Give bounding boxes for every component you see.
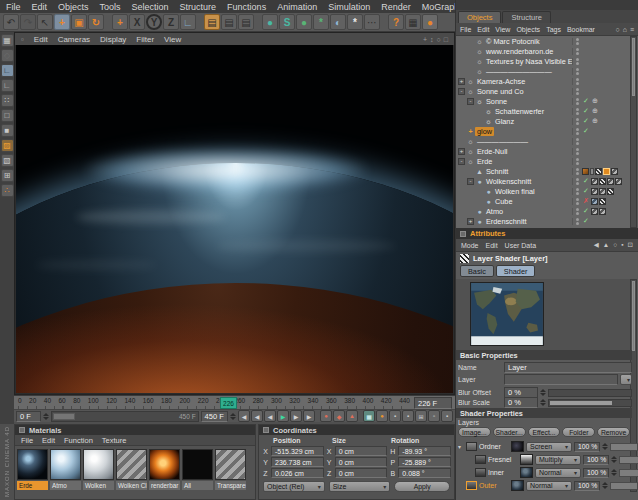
opacity-slider[interactable]: [610, 443, 638, 451]
material-thumbnail[interactable]: [50, 449, 81, 480]
rotation-field[interactable]: -89.93 °: [398, 446, 451, 456]
object-tags[interactable]: ✓⊕: [582, 98, 632, 105]
goto-start-button[interactable]: ◀: [238, 410, 250, 422]
position-field[interactable]: -515.329 cm: [271, 446, 324, 456]
viewport-menu-item[interactable]: Edit: [34, 35, 48, 44]
object-tags[interactable]: ✓: [582, 178, 632, 185]
material-item[interactable]: renderbar: [149, 449, 180, 490]
menu-item[interactable]: Render: [381, 2, 411, 12]
object-tags[interactable]: ✓: [582, 218, 632, 225]
play-button[interactable]: ▶: [277, 410, 289, 422]
mini-tag[interactable]: [590, 168, 594, 175]
add-spline-icon[interactable]: S: [279, 14, 295, 30]
object-name[interactable]: Erde: [475, 157, 494, 166]
layer-row[interactable]: Outer Normal 100 %: [456, 479, 632, 492]
name-field[interactable]: Layer: [504, 362, 632, 373]
material-thumbnail[interactable]: [182, 449, 213, 480]
visibility-dots[interactable]: [572, 38, 582, 45]
stripe-tag[interactable]: [591, 188, 598, 195]
visibility-dots[interactable]: [572, 78, 582, 85]
goto-end-button[interactable]: ▶: [303, 410, 315, 422]
opacity-field[interactable]: 100 %: [583, 455, 609, 465]
rotate-tool-icon[interactable]: ↻: [88, 14, 104, 30]
expand-toggle[interactable]: -: [458, 158, 465, 165]
visibility-dots[interactable]: [572, 208, 582, 215]
material-thumbnail[interactable]: [215, 449, 246, 480]
range-start-field[interactable]: 0 F: [16, 411, 41, 422]
viewport-menu-item[interactable]: View: [164, 35, 181, 44]
material-item[interactable]: Erde: [17, 449, 48, 490]
material-thumbnail[interactable]: [149, 449, 180, 480]
keyframe-selection-button[interactable]: ▲: [346, 410, 358, 422]
object-tags[interactable]: ✓⊕: [582, 108, 632, 115]
expand-toggle[interactable]: -: [467, 178, 474, 185]
materials-menu-item[interactable]: Function: [64, 436, 93, 445]
expand-toggle[interactable]: [467, 58, 474, 65]
expand-toggle[interactable]: [476, 198, 483, 205]
object-name[interactable]: ———————: [475, 137, 530, 146]
blend-mode-dropdown[interactable]: Normal: [535, 468, 581, 478]
object-tags[interactable]: ✓: [582, 208, 632, 215]
up-icon[interactable]: ▲: [603, 241, 609, 249]
rotation-field[interactable]: 0.088 °: [398, 468, 451, 478]
texture-axis-mode-icon[interactable]: ▧: [1, 154, 14, 167]
panel-menu-icon[interactable]: ⊡: [628, 241, 633, 249]
tree-row[interactable]: + glow ✓: [456, 126, 632, 136]
scrollbar-thumb[interactable]: [632, 281, 635, 351]
object-name[interactable]: www.renderbaron.de: [484, 47, 555, 56]
plugin-ball-icon[interactable]: ●: [422, 14, 438, 30]
menu-item[interactable]: Functions: [227, 2, 266, 12]
check-tag[interactable]: ✓: [582, 118, 590, 125]
target-tag[interactable]: ⊕: [591, 98, 599, 105]
tree-row[interactable]: ☼ Glanz ✓⊕: [456, 116, 632, 126]
tree-scrollbar[interactable]: [630, 36, 637, 228]
size-field[interactable]: 0 cm: [335, 457, 388, 467]
visibility-dots[interactable]: [572, 58, 582, 65]
layer-row[interactable]: Inner Normal 100 %: [456, 466, 632, 479]
size-field[interactable]: 0 cm: [335, 446, 388, 456]
layer-row[interactable]: ▾ Ordner Screen 100 %: [456, 440, 632, 453]
stripe-tag[interactable]: [599, 188, 606, 195]
object-name[interactable]: Schnitt: [484, 167, 510, 176]
expand-toggle[interactable]: [467, 38, 474, 45]
material-name[interactable]: Wolken Cl: [116, 481, 147, 490]
layer-action-button[interactable]: Shader...: [493, 427, 526, 437]
current-frame-marker[interactable]: 226: [220, 397, 237, 409]
object-axis-mode-icon[interactable]: ∟: [1, 64, 14, 77]
object-name[interactable]: Sonne: [484, 97, 509, 106]
layer-field[interactable]: [504, 374, 618, 385]
expand-toggle[interactable]: [458, 138, 465, 145]
object-name[interactable]: Wolken final: [493, 187, 537, 196]
autokey-button[interactable]: ◆: [333, 410, 345, 422]
texsel-tag[interactable]: [603, 168, 610, 175]
visibility-dots[interactable]: [572, 128, 582, 135]
visibility-dots[interactable]: [572, 88, 582, 95]
viewport[interactable]: ▫ EditCamerasDisplayFilterView +↕○□: [14, 32, 455, 395]
object-name[interactable]: Textures by Nasa Visible Ear: [484, 57, 572, 66]
check-tag[interactable]: ✓: [582, 98, 590, 105]
apply-button[interactable]: Apply: [394, 481, 450, 492]
tree-row[interactable]: - ☼ Sonne und Co: [456, 86, 632, 96]
object-name[interactable]: Wolkenschnitt: [484, 177, 533, 186]
check-tag[interactable]: ✓: [582, 178, 590, 185]
om-menu-item[interactable]: File: [460, 26, 471, 33]
tree-row[interactable]: ● Atmo ✓: [456, 206, 632, 216]
axis-mode-icon[interactable]: ∟: [1, 79, 14, 92]
blend-mode-dropdown[interactable]: Multiply: [535, 455, 581, 465]
object-name[interactable]: Atmo: [484, 207, 505, 216]
add-particles-icon[interactable]: *: [347, 14, 363, 30]
pan-view-icon[interactable]: +: [423, 36, 427, 43]
attribute-tab[interactable]: Shader: [496, 265, 536, 277]
layer-thumbnail[interactable]: [511, 441, 524, 452]
expand-toggle[interactable]: [467, 48, 474, 55]
opacity-field[interactable]: 100 %: [574, 481, 600, 491]
tree-row[interactable]: - ☼ Erde: [456, 156, 632, 166]
layer-thumbnail[interactable]: [520, 467, 533, 478]
menu-item[interactable]: Tools: [100, 2, 121, 12]
attr-menu-item[interactable]: User Data: [505, 242, 537, 249]
object-tags[interactable]: ✓: [582, 128, 632, 135]
lock-x-icon[interactable]: X: [129, 14, 145, 30]
object-tags[interactable]: ✓⊕: [582, 118, 632, 125]
options-button[interactable]: ▪: [441, 410, 453, 422]
tree-row[interactable]: + ☼ Erde-Null: [456, 146, 632, 156]
